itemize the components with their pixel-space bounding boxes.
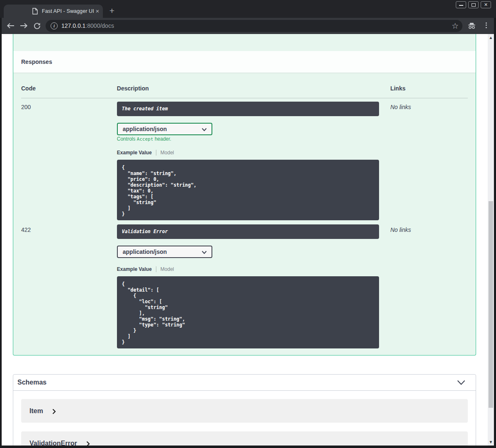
column-links: Links [390, 85, 468, 92]
controls-accept-message: Controls Accept header. [117, 136, 390, 142]
scroll-up-arrow[interactable]: ▲ [488, 35, 494, 40]
browser-menu-icon[interactable] [486, 21, 487, 29]
chevron-down-icon [202, 128, 207, 131]
model-validationerror[interactable]: ValidationError [21, 431, 468, 446]
tab-model[interactable]: Model [160, 150, 174, 156]
browser-tab[interactable]: Fast API - Swagger UI × [4, 5, 103, 18]
responses-section-header: Responses [13, 51, 476, 73]
chevron-down-icon [202, 251, 207, 254]
example-model-tabs: Example Value Model [117, 266, 390, 272]
forward-button[interactable] [20, 23, 28, 30]
example-json-code: { "name": "string", "price": 0, "descrip… [117, 160, 379, 220]
media-type-select[interactable]: application/json [117, 123, 212, 135]
bookmark-star-icon[interactable]: ☆ [452, 20, 459, 32]
media-type-select[interactable]: application/json [117, 246, 212, 258]
responses-title: Responses [21, 58, 52, 65]
maximize-button[interactable] [468, 1, 479, 8]
response-code: 200 [21, 102, 117, 220]
tab-title: Fast API - Swagger UI [42, 8, 94, 14]
tab-close-icon[interactable]: × [92, 6, 102, 16]
column-description: Description [117, 85, 390, 92]
site-info-icon[interactable]: i [51, 22, 58, 29]
schemas-section: Schemas Item ValidationError [13, 374, 476, 446]
response-description: The created item [117, 102, 379, 116]
tab-example-value[interactable]: Example Value [117, 150, 152, 156]
column-code: Code [21, 85, 117, 92]
tab-example-value[interactable]: Example Value [117, 266, 152, 272]
scrollbar-thumb[interactable] [489, 201, 493, 408]
responses-table: Code Description Links 200 The created i… [13, 73, 476, 355]
tab-model[interactable]: Model [160, 266, 174, 272]
browser-toolbar: i 127.0.0.1:8000/docs ☆ [2, 18, 494, 34]
url-text[interactable]: 127.0.0.1:8000/docs [61, 20, 114, 32]
schemas-title: Schemas [17, 379, 46, 386]
back-button[interactable] [7, 23, 15, 30]
response-links: No links [390, 224, 468, 348]
response-row-422: 422 Validation Error application/json Ex… [21, 220, 468, 348]
new-tab-button[interactable]: + [106, 5, 118, 17]
opblock-responses-section: Responses Code Description Links 200 The… [13, 34, 476, 355]
minimize-button[interactable] [456, 1, 466, 8]
swagger-page: Responses Code Description Links 200 The… [2, 34, 488, 446]
schemas-header[interactable]: Schemas [13, 375, 476, 391]
response-description: Validation Error [117, 224, 379, 239]
page-icon [32, 8, 38, 16]
example-json-code: { "detail": [ { "loc": [ "string" ], "ms… [117, 276, 379, 348]
scrollbar[interactable]: ▲ ▼ [488, 34, 494, 446]
scroll-down-arrow[interactable]: ▼ [488, 440, 494, 444]
model-item[interactable]: Item [21, 399, 468, 423]
chevron-right-icon [52, 409, 56, 414]
response-code: 422 [21, 224, 117, 348]
reload-button[interactable] [34, 22, 41, 31]
response-links: No links [390, 102, 468, 220]
window-controls: × [456, 1, 491, 8]
example-model-tabs: Example Value Model [117, 149, 390, 156]
models-list: Item ValidationError [13, 391, 476, 446]
close-button[interactable]: × [481, 1, 491, 8]
incognito-icon [468, 23, 476, 31]
responses-table-header: Code Description Links [21, 73, 468, 98]
chevron-down-icon [457, 380, 465, 385]
chevron-right-icon [86, 441, 90, 446]
response-row-200: 200 The created item application/json Co… [21, 98, 468, 220]
address-bar[interactable]: i 127.0.0.1:8000/docs ☆ [46, 20, 462, 32]
page-viewport: Responses Code Description Links 200 The… [2, 34, 494, 446]
tab-strip: Fast API - Swagger UI × + × [0, 0, 496, 18]
